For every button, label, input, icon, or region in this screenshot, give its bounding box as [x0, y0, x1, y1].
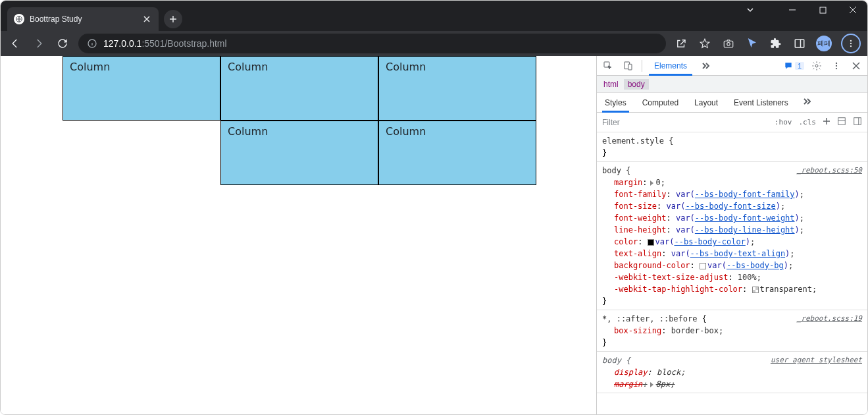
profile-avatar[interactable]: 페페 [816, 36, 832, 51]
breadcrumb-body[interactable]: body [624, 79, 649, 90]
svg-rect-1 [820, 7, 826, 13]
svg-rect-11 [628, 64, 632, 70]
globe-icon [14, 14, 24, 24]
grid-cell: Column [220, 56, 378, 121]
browser-tab[interactable]: Boottrap Study [7, 7, 159, 31]
css-rule[interactable]: _reboot.scss:19 *, ::after, ::before { b… [597, 310, 867, 352]
chevron-down-icon[interactable] [741, 5, 759, 14]
inspect-icon[interactable] [601, 59, 615, 73]
forward-button[interactable] [31, 36, 47, 51]
css-rule[interactable]: _reboot.scss:50 body { margin:0; font-fa… [597, 162, 867, 310]
svg-point-8 [850, 45, 852, 47]
cls-toggle[interactable]: .cls [799, 118, 817, 126]
gear-icon[interactable] [809, 59, 824, 73]
rule-source[interactable]: _reboot.scss:19 [797, 313, 862, 325]
close-devtools-icon[interactable] [849, 59, 863, 73]
page-viewport: Column Column Column Column Column [1, 56, 596, 414]
add-rule-icon[interactable] [823, 117, 830, 127]
devtools-panel: Elements 1 html body Styles Computed Lay… [596, 56, 867, 414]
svg-rect-16 [838, 118, 846, 125]
sidepanel-icon[interactable] [792, 36, 807, 51]
hov-toggle[interactable]: :hov [775, 118, 792, 126]
tab-event-listeners[interactable]: Event Listeners [731, 93, 791, 113]
window-controls [741, 1, 867, 31]
svg-point-14 [836, 65, 837, 66]
svg-rect-5 [795, 40, 804, 47]
tab-computed[interactable]: Computed [640, 93, 681, 113]
kebab-icon[interactable] [829, 59, 844, 73]
tab-layout[interactable]: Layout [692, 93, 721, 113]
more-styles-tabs-icon[interactable] [802, 97, 811, 108]
back-button[interactable] [7, 36, 23, 51]
reload-button[interactable] [55, 36, 70, 51]
url-bar: 127.0.0.1:5501/Bootstrap.html 페페 [1, 31, 867, 56]
messages-badge[interactable]: 1 [784, 61, 804, 70]
rule-source[interactable]: _reboot.scss:50 [797, 165, 862, 177]
styles-tabs: Styles Computed Layout Event Listeners [597, 93, 867, 113]
content-area: Column Column Column Column Column Eleme… [1, 56, 867, 414]
new-tab-button[interactable] [164, 10, 182, 28]
toolbar-right: 페페 [674, 34, 861, 53]
tabs-region: Boottrap Study [1, 1, 182, 31]
svg-point-15 [836, 67, 837, 69]
dom-breadcrumb: html body [597, 76, 867, 93]
cursor-icon[interactable] [745, 36, 759, 51]
close-window-button[interactable] [844, 6, 862, 14]
css-rule[interactable]: user agent stylesheet body { display: bl… [597, 352, 867, 393]
grid-container: Column Column Column Column Column [63, 56, 536, 185]
close-tab-icon[interactable] [141, 14, 152, 24]
grid-row: Column Column Column [63, 56, 536, 121]
css-rule[interactable]: element.style { } [597, 132, 867, 162]
svg-point-4 [727, 43, 730, 46]
sidebar-toggle-icon[interactable] [853, 117, 862, 128]
tab-elements[interactable]: Elements [649, 56, 692, 76]
svg-point-12 [815, 65, 818, 67]
styles-content: element.style { } _reboot.scss:50 body {… [597, 132, 867, 414]
svg-point-13 [836, 62, 837, 63]
svg-point-6 [850, 40, 852, 42]
minimize-button[interactable] [783, 6, 802, 14]
bookmark-icon[interactable] [698, 36, 712, 51]
computed-panel-icon[interactable] [837, 117, 846, 128]
grid-cell: Column [378, 56, 536, 121]
tab-styles[interactable]: Styles [602, 93, 629, 113]
more-tabs-icon[interactable] [698, 59, 712, 73]
share-icon[interactable] [674, 36, 688, 51]
grid-row: Column Column [63, 121, 536, 185]
filter-input[interactable] [602, 118, 768, 127]
address-bar[interactable]: 127.0.0.1:5501/Bootstrap.html [78, 34, 666, 53]
site-info-icon[interactable] [86, 38, 98, 49]
grid-cell: Column [378, 121, 536, 185]
camera-icon[interactable] [721, 36, 736, 51]
rule-source: user agent stylesheet [771, 354, 862, 366]
titlebar: Boottrap Study [1, 1, 867, 31]
grid-cell: Column [63, 56, 220, 121]
tab-title: Boottrap Study [30, 14, 136, 24]
svg-rect-3 [724, 41, 733, 47]
svg-rect-17 [854, 118, 861, 125]
maximize-button[interactable] [813, 7, 832, 14]
url-text: 127.0.0.1:5501/Bootstrap.html [103, 38, 658, 49]
svg-point-7 [850, 43, 852, 44]
device-icon[interactable] [621, 59, 635, 73]
breadcrumb-html[interactable]: html [603, 80, 619, 89]
devtools-tabs: Elements 1 [597, 56, 867, 76]
extensions-icon[interactable] [769, 36, 783, 51]
grid-cell: Column [220, 121, 378, 185]
menu-button[interactable] [841, 34, 861, 53]
filter-row: :hov .cls [597, 113, 867, 132]
